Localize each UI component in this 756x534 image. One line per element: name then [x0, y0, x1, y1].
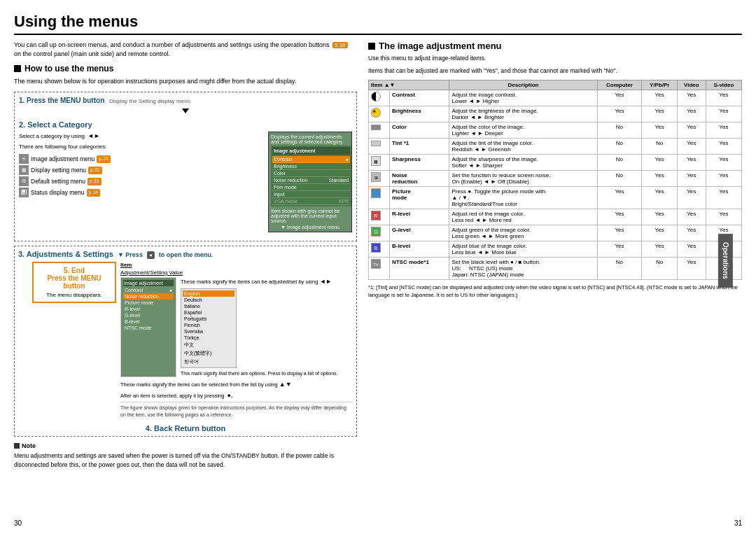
menu-row-input: Input	[272, 191, 350, 198]
lang-turkish: Türkçe	[183, 335, 234, 341]
item-picture: Picturemode	[389, 186, 449, 209]
vid-color: Yes	[677, 122, 706, 138]
comp-glevel: Yes	[597, 225, 642, 241]
vid-rlevel: Yes	[677, 209, 706, 225]
table-row: Color Adjust the color of the image.Ligh…	[369, 122, 742, 138]
vid-blevel: Yes	[677, 241, 706, 257]
vid-noise: Yes	[677, 170, 706, 186]
left-column: You can call up on-screen menus, and con…	[14, 41, 357, 514]
cat-image-adj-label: Image adjustment menu	[31, 155, 94, 164]
item-blevel: B-level	[389, 241, 449, 257]
adj-contrast: Contrast●	[123, 287, 174, 293]
table-row: Contrast Adjust the image contrast.Lower…	[369, 90, 742, 106]
vid-sharpness: Yes	[677, 154, 706, 170]
comp-brightness: Yes	[597, 106, 642, 122]
footnote: *1: [Tint] and [NTSC mode] can be displa…	[368, 283, 742, 300]
yp-contrast: Yes	[642, 90, 678, 106]
col-desc: Description	[449, 80, 597, 90]
yp-sharpness: Yes	[642, 154, 678, 170]
step2-label: 2. Select a Category	[19, 120, 352, 129]
cat-display-badge: p.32	[88, 167, 102, 174]
step5-end-box: 5. EndPress the MENUbutton The menu disa…	[25, 262, 116, 419]
menu-title-bar: Image adjustment	[272, 147, 350, 155]
menu-label-bottom: ▼ Image adjustment menu	[271, 225, 349, 230]
table-row: Picturemode Press ●. Toggle the picture …	[369, 186, 742, 209]
sv-brightness: Yes	[706, 106, 741, 122]
icon-cell-noise: ⊞	[369, 170, 390, 186]
adj-noise-hl: Noise reduction	[123, 293, 174, 300]
vid-brightness: Yes	[677, 106, 706, 122]
list-marks-note: These marks signify the items can be sel…	[120, 380, 353, 389]
col-item: Item ▲▼	[369, 80, 449, 90]
comp-sharpness: No	[597, 154, 642, 170]
col-ypbpr: Y/Pb/Pr	[642, 80, 678, 90]
comp-contrast: Yes	[597, 90, 642, 106]
status-icon: 📊	[19, 188, 29, 197]
image-adj-header: The image adjustment menu	[368, 41, 742, 51]
brightness-icon: ☀	[371, 108, 381, 118]
icon-cell-picture	[369, 186, 390, 209]
page: Using the menus You can call up on-scree…	[0, 0, 756, 534]
cat-status-badge: p.34	[87, 189, 101, 197]
sv-tint: Yes	[706, 138, 741, 154]
item-ntsc: NTSC mode*1	[389, 257, 449, 279]
menu-mockup: Image adjustment Contrast ● Brightness C…	[271, 146, 351, 206]
image-adj-icon: ☀	[19, 154, 29, 164]
right-page-num: 31	[734, 519, 742, 527]
comp-ntsc: No	[597, 257, 642, 279]
comp-picture: Yes	[597, 186, 642, 209]
step1-desc: Display the Setting display menu	[109, 98, 190, 104]
enter-symbol2: ●.	[227, 392, 233, 399]
steps-1-2-box: 1. Press the MENU button Display the Set…	[14, 92, 357, 241]
img-adj-intro1: Use this menu to adjust image-related it…	[368, 55, 742, 63]
noise-icon: ⊞	[371, 172, 381, 182]
default-icon: ⚙	[19, 176, 29, 186]
table-row: TV NTSC mode*1 Set the black level with …	[369, 257, 742, 279]
item-glevel: G-level	[389, 225, 449, 241]
desc-glevel: Adjust green of the image color.Less gre…	[449, 225, 597, 241]
cat-image-adj: ☀ Image adjustment menu p.31	[19, 154, 262, 164]
table-row: G G-level Adjust green of the image colo…	[369, 225, 742, 241]
item-color: Color	[389, 122, 449, 138]
lang-deutsch: Deutsch	[183, 297, 234, 303]
table-row: B B-level Adjust blue of the image color…	[369, 241, 742, 257]
icon-cell-sharpness: ▦	[369, 154, 390, 170]
menu-row-noise: Noise reduction Standard	[272, 177, 350, 184]
displays-current-text: Displays the current adjustments and set…	[271, 134, 349, 144]
cat-display-setting: ▦ Display setting menu p.32	[19, 165, 262, 175]
comp-rlevel: Yes	[597, 209, 642, 225]
language-list-mockup: English Deutsch Italiano Español Portugu…	[181, 288, 237, 368]
col-svideo: S-video	[706, 80, 741, 90]
item-shown-gray-text: Item shown with gray cannot be adjusted …	[271, 209, 349, 223]
cat-status-display: 📊 Status display menu p.34	[19, 188, 262, 197]
comp-color: No	[597, 122, 642, 138]
item-underline-label: Item	[120, 262, 353, 268]
marks-adj-note: These marks signify the items can be adj…	[181, 277, 353, 286]
step5-sub: The menu disappears.	[39, 292, 109, 298]
comp-noise: No	[597, 170, 642, 186]
step1-label: 1. Press the MENU button	[19, 97, 104, 104]
cat-status-label: Status display menu	[31, 188, 85, 197]
adj-ntsc: NTSC mode	[123, 325, 174, 331]
lang-english: English	[183, 290, 234, 297]
right-column: Operations The image adjustment menu Use…	[368, 41, 742, 514]
adj-glevel: G-level	[123, 312, 174, 318]
color-icon	[371, 125, 381, 130]
table-row: Tint *1 Adjust the tint of the image col…	[369, 138, 742, 154]
ntsc-icon: TV	[371, 259, 381, 269]
desc-sharpness: Adjust the sharpness of the image.Softer…	[449, 154, 597, 170]
desc-brightness: Adjust the brightness of the image.Darke…	[449, 106, 597, 122]
lr-symbol: ◄►	[319, 278, 332, 285]
yp-tint: No	[642, 138, 678, 154]
select-cat-text: Select a category by using ◄►	[19, 132, 262, 141]
cat-default-badge: p.33	[88, 178, 102, 185]
lang-chinese2: 中文(繁體字)	[183, 349, 234, 358]
step3-press: ▼ Press	[118, 251, 143, 258]
yp-rlevel: Yes	[642, 209, 678, 225]
lang-portugues: Português	[183, 316, 234, 322]
sv-sharpness: Yes	[706, 154, 741, 170]
icon-cell-ntsc: TV	[369, 257, 390, 279]
desc-color: Adjust the color of the image.Lighter ◄ …	[449, 122, 597, 138]
how-to-intro: The menu shown below is for operation in…	[14, 77, 357, 86]
item-rlevel: R-level	[389, 209, 449, 225]
